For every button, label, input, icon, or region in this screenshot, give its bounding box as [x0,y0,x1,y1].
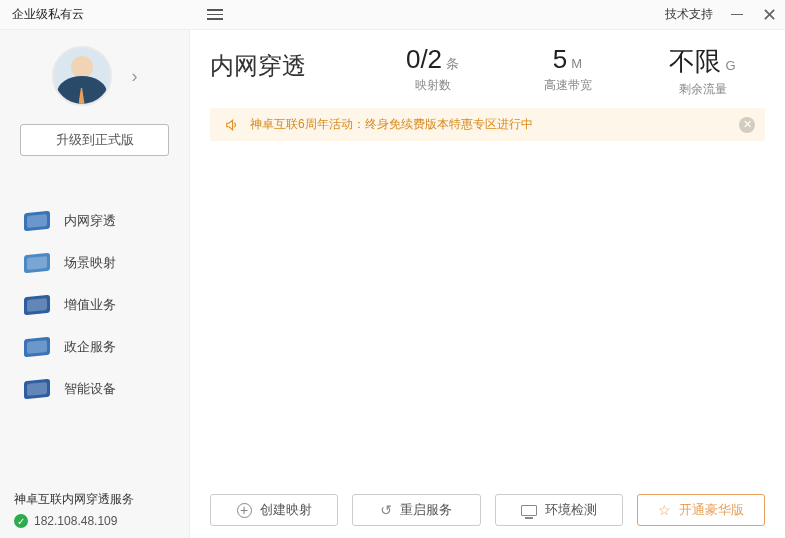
nav-label: 政企服务 [64,338,116,356]
create-mapping-button[interactable]: + 创建映射 [210,494,338,526]
button-label: 环境检测 [545,501,597,519]
footer-service-title: 神卓互联内网穿透服务 [14,491,175,508]
support-link[interactable]: 技术支持 [665,6,713,23]
stat-value: 0/2 [406,44,442,75]
stat-label: 映射数 [370,77,495,94]
upgrade-label: 升级到正式版 [56,131,134,149]
stat-unit: 条 [446,55,459,73]
stat-unit: M [571,56,582,71]
nav-item-value-added[interactable]: 增值业务 [0,284,189,326]
page-title: 内网穿透 [210,44,360,82]
content-area [210,141,765,484]
button-label: 重启服务 [400,501,452,519]
close-button[interactable]: ✕ [761,7,777,23]
button-label: 开通豪华版 [679,501,744,519]
stat-value: 不限 [669,44,721,79]
ip-address: 182.108.48.109 [34,514,117,528]
env-check-button[interactable]: 环境检测 [495,494,623,526]
restart-service-button[interactable]: 重启服务 [352,494,480,526]
ip-row: ✓ 182.108.48.109 [14,514,175,528]
nav-item-tunnel[interactable]: 内网穿透 [0,200,189,242]
stat-traffic: 不限 G 剩余流量 [640,44,765,98]
status-ok-icon: ✓ [14,514,28,528]
nav-label: 场景映射 [64,254,116,272]
chevron-right-icon[interactable]: › [132,66,138,87]
devices-icon [24,379,50,400]
app-title: 企业级私有云 [12,6,84,23]
main: 内网穿透 0/2 条 映射数 5 M 高速带宽 不限 G [190,30,785,538]
banner-close-button[interactable]: ✕ [739,117,755,133]
scene-icon [24,253,50,274]
refresh-icon [380,502,392,518]
monitor-icon [521,505,537,516]
stat-bandwidth: 5 M 高速带宽 [505,44,630,94]
minimize-button[interactable] [729,7,745,23]
banner-text: 神卓互联6周年活动：终身免续费版本特惠专区进行中 [250,116,533,133]
nav-item-scene[interactable]: 场景映射 [0,242,189,284]
upgrade-button[interactable]: 升级到正式版 [20,124,169,156]
stat-label: 剩余流量 [640,81,765,98]
value-added-icon [24,295,50,316]
gov-icon [24,337,50,358]
tunnel-icon [24,211,50,232]
nav-label: 增值业务 [64,296,116,314]
speaker-icon [224,117,240,133]
nav-item-devices[interactable]: 智能设备 [0,368,189,410]
bottom-bar: + 创建映射 重启服务 环境检测 开通豪华版 [210,484,765,526]
button-label: 创建映射 [260,501,312,519]
nav-label: 智能设备 [64,380,116,398]
stat-value: 5 [553,44,567,75]
promo-banner[interactable]: 神卓互联6周年活动：终身免续费版本特惠专区进行中 ✕ [210,108,765,141]
plus-icon: + [237,503,252,518]
sidebar-footer: 神卓互联内网穿透服务 ✓ 182.108.48.109 [0,481,189,538]
stat-unit: G [725,58,735,73]
avatar[interactable] [52,46,112,106]
stat-mappings: 0/2 条 映射数 [370,44,495,94]
nav-label: 内网穿透 [64,212,116,230]
star-icon [658,502,671,518]
upgrade-premium-button[interactable]: 开通豪华版 [637,494,765,526]
nav-item-gov[interactable]: 政企服务 [0,326,189,368]
stat-label: 高速带宽 [505,77,630,94]
stats-row: 内网穿透 0/2 条 映射数 5 M 高速带宽 不限 G [210,44,765,98]
menu-icon[interactable] [207,9,223,20]
titlebar: 企业级私有云 技术支持 ✕ [0,0,785,30]
nav: 内网穿透 场景映射 增值业务 政企服务 智能设备 [0,180,189,430]
sidebar: › 升级到正式版 内网穿透 场景映射 增值业务 政企服务 [0,30,190,538]
